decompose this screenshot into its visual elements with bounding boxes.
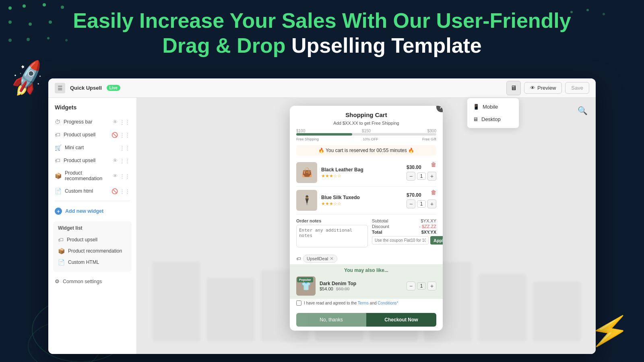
plus-icon: + [55, 208, 62, 215]
conditions-link[interactable]: Conditions* [378, 301, 398, 305]
progress-label-100: $100 [296, 129, 305, 133]
sidebar-item-actions-html: 🚫 ⋮⋮ [111, 188, 130, 194]
upsell-price-current: $54.00 [320, 286, 333, 291]
cart-modal-inner: ✕ Shopping Cart Add $XX.XX to get Free S… [290, 106, 443, 331]
upsell-item-info: Dark Denim Top $54.00 $60.00 [320, 281, 402, 291]
custom-html-icon: 📄 [55, 188, 62, 194]
visibility-off-icon-1[interactable]: 🚫 [111, 132, 118, 138]
drag-icon-rec[interactable]: ⋮⋮ [120, 173, 130, 179]
cart-item-1-image: 👜 [296, 162, 317, 183]
cart-item-1-name: Black Leather Bag [321, 167, 402, 173]
cart-item-2-delete[interactable]: 🗑 [431, 189, 436, 195]
upsell-title: You may also like... [296, 267, 436, 273]
hero-line1-text: Easily Increase Your Sales With Our [73, 9, 436, 32]
cart-totals: Subtotal $YX.XY Discount - $ZZ.ZZ Total … [372, 218, 436, 249]
upsell-qty-minus[interactable]: − [407, 282, 415, 290]
sidebar-item-label-minicart: Mini cart [65, 145, 116, 150]
sidebar-item-recommendation[interactable]: 📦 Product recommendation 👁 ⋮⋮ [48, 167, 136, 185]
wl-html-icon: 📄 [58, 259, 65, 265]
mini-cart-icon: 🛒 [55, 144, 62, 151]
visibility-icon-2[interactable]: 👁 [113, 158, 118, 164]
coupon-input[interactable] [372, 236, 429, 245]
preview-button[interactable]: 👁 Preview [524, 82, 562, 94]
coupon-tag-icon: 🏷 [296, 256, 301, 261]
product-upsell-icon-2: 🏷 [55, 157, 60, 164]
desktop-option[interactable]: 🖥 Desktop [467, 113, 519, 125]
app-title: Quick Upsell [70, 85, 102, 91]
cart-item-2-image: 🕴 [296, 190, 317, 211]
cart-item-2-qty: − 1 + [407, 200, 436, 208]
sidebar-item-mini-cart[interactable]: 🛒 Mini cart ⋮⋮ [48, 141, 136, 154]
upsell-item-name: Dark Denim Top [320, 281, 402, 286]
hero-suffix: Upselling Template [285, 34, 481, 57]
svg-point-2 [43, 3, 46, 6]
save-button[interactable]: Save [565, 82, 589, 94]
cart-actions: No, thanks Checkout Now [290, 309, 443, 331]
collapse-icon: ☰ [58, 85, 63, 91]
sidebar-item-label-recommendation: Product recommendation [65, 170, 109, 181]
visibility-off-icon-html[interactable]: 🚫 [111, 188, 118, 194]
order-notes-input[interactable] [296, 225, 368, 247]
qty-plus-1[interactable]: + [427, 172, 436, 181]
main-canvas: 🔍 ✕ Shopping Cart Add $XX.XX to get Free… [137, 98, 596, 354]
checkout-button[interactable]: Checkout Now [366, 313, 436, 327]
progress-area: $100 $150 $300 Free Shipping 10% OFF Fre… [290, 129, 443, 145]
cart-item-2-info: Blue Silk Tuxedo ★★★☆☆ [321, 195, 402, 206]
drag-icon-2[interactable]: ⋮⋮ [120, 158, 130, 164]
mobile-option[interactable]: 📱 Mobile [467, 101, 519, 113]
cart-item-2: 🕴 Blue Silk Tuxedo ★★★☆☆ $70.00 − 1 [296, 187, 436, 214]
terms-link[interactable]: Terms [358, 301, 369, 305]
total-label: Total [372, 230, 382, 234]
sidebar-divider [55, 201, 130, 201]
sidebar-item-custom-html[interactable]: 📄 Custom html 🚫 ⋮⋮ [48, 185, 136, 197]
add-widget-button[interactable]: + Add new widget [48, 204, 136, 218]
drag-icon-html[interactable]: ⋮⋮ [120, 188, 130, 194]
widget-list-item-upsell[interactable]: 🏷 Product upsell [58, 234, 127, 245]
wl-rec-icon: 📦 [58, 248, 65, 254]
qty-num-1: 1 [417, 173, 426, 180]
terms-checkbox[interactable] [296, 300, 301, 306]
common-settings[interactable]: ⚙ Common settings [48, 275, 136, 288]
apply-coupon-button[interactable]: Apply [430, 236, 443, 245]
order-notes-label: Order notes [296, 218, 368, 223]
upsell-qty-plus[interactable]: + [427, 282, 436, 290]
sidebar-item-product-upsell-1[interactable]: 🏷 Product upsell 🚫 ⋮⋮ [48, 128, 136, 141]
widget-list-title: Widget list [58, 225, 127, 231]
milestone-free-shipping: Free Shipping [296, 137, 319, 141]
visibility-icon[interactable]: 👁 [113, 119, 118, 125]
drag-icon-1[interactable]: ⋮⋮ [120, 132, 130, 138]
sidebar-item-product-upsell-2[interactable]: 🏷 Product upsell 👁 ⋮⋮ [48, 154, 136, 167]
qty-minus-1[interactable]: − [407, 172, 415, 181]
widget-list-item-recommendation[interactable]: 📦 Product recommendation [58, 245, 127, 257]
discount-value: - $ZZ.ZZ [419, 224, 436, 229]
drag-icon-minicart[interactable]: ⋮⋮ [120, 145, 130, 151]
cart-item-2-name: Blue Silk Tuxedo [321, 195, 402, 200]
discount-label: Discount [372, 224, 389, 229]
drag-icon[interactable]: ⋮⋮ [120, 119, 130, 125]
cart-item-2-stars: ★★★☆☆ [321, 201, 402, 206]
upsell-price-original: $60.00 [336, 286, 350, 291]
monitor-icon-btn[interactable]: 🖥 [506, 81, 521, 95]
qty-plus-2[interactable]: + [427, 200, 436, 208]
cart-shipping-message: Add $XX.XX to get Free Shipping [290, 121, 443, 129]
upsell-section: You may also like... Popular 👕 Dark Deni… [290, 264, 443, 299]
canvas-search-icon[interactable]: 🔍 [578, 106, 588, 115]
browser-window: ☰ Quick Upsell Live 🖥 👁 Preview Save 📱 M… [48, 78, 596, 354]
coupon-tag-remove[interactable]: ✕ [330, 256, 334, 261]
wl-upsell-label: Product upsell [67, 237, 97, 243]
bg-box-7 [478, 274, 526, 342]
bg-box-8 [533, 282, 581, 342]
settings-icon: ⚙ [55, 278, 60, 284]
collapse-button[interactable]: ☰ [55, 83, 65, 93]
subtotal-row: Subtotal $YX.XY [372, 218, 436, 223]
visibility-icon-rec[interactable]: 👁 [113, 173, 118, 179]
progress-label-300: $300 [427, 129, 436, 133]
widget-list-item-html[interactable]: 📄 Custom HTML [58, 257, 127, 268]
sidebar-item-progress-bar[interactable]: ⏱ Progress bar 👁 ⋮⋮ [48, 115, 136, 128]
cart-item-1-delete[interactable]: 🗑 [431, 161, 436, 168]
svg-point-1 [23, 4, 26, 8]
desktop-icon: 🖥 [473, 116, 478, 122]
qty-minus-2[interactable]: − [407, 200, 415, 208]
hero-line2: Drag & Drop Upselling Template [0, 33, 644, 58]
no-thanks-button[interactable]: No, thanks [296, 313, 366, 327]
